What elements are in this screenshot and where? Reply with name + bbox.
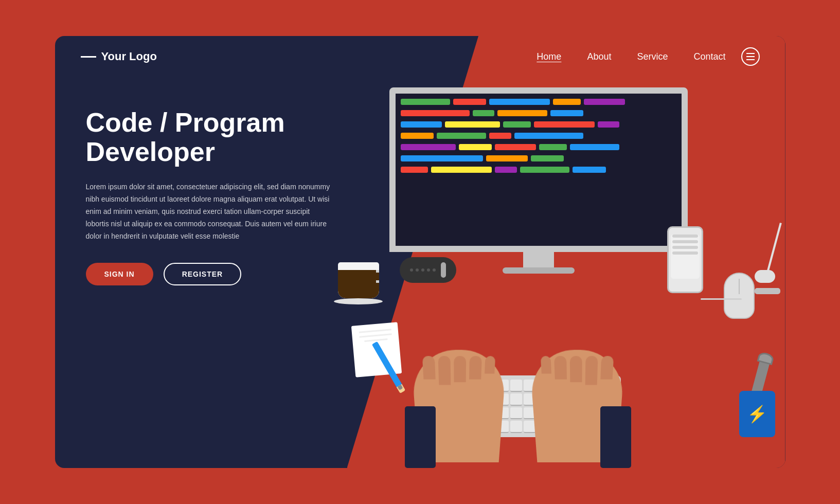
finger-r5 [600,356,614,380]
logo: Your Logo [81,50,537,63]
finger-r2 [554,356,567,380]
phone-screen-line-4 [672,251,698,255]
speaker [400,257,456,283]
hamburger-menu-icon[interactable] [741,47,760,66]
code-segment [497,110,547,116]
speaker-dot-4 [427,268,430,272]
lightning-icon: ⚡ [747,404,767,424]
sleeve-left [405,406,436,468]
code-segment [495,144,536,150]
finger-4 [469,356,482,380]
button-group: SIGN IN REGISTER [86,263,333,285]
nav-item-about[interactable]: About [587,51,611,62]
code-segment [401,167,428,173]
speaker-dot-2 [416,268,419,272]
illustration-area: ⚡ [323,77,785,468]
code-segment [459,144,492,150]
wrench-head [757,351,774,365]
phone [667,226,703,293]
nav-item-service[interactable]: Service [637,51,668,62]
code-line [401,110,676,116]
sleeve-right [600,406,631,468]
code-segment [401,110,470,116]
menu-line-3 [746,59,755,60]
signin-button[interactable]: SIGN IN [86,263,153,285]
nav-link-home[interactable]: Home [537,51,561,62]
mouse [724,273,755,319]
lamp-head [755,270,775,283]
hero-description: Lorem ipsum dolor sit amet, consectetuer… [86,181,333,242]
note-line-1 [359,329,391,333]
finger-2 [438,356,451,385]
finger-1 [422,356,435,380]
nav-item-contact[interactable]: Contact [693,51,725,62]
lamp-arm [766,223,782,273]
logo-text: Your Logo [101,50,157,63]
code-line [401,133,676,139]
code-segment [401,133,434,139]
menu-line-1 [746,53,755,54]
menu-line-2 [746,56,755,57]
speaker-dot-1 [410,268,413,272]
mouse-scroll-wheel [739,279,740,294]
code-segment [584,99,625,105]
finger-r3 [569,356,582,382]
code-segment [495,167,517,173]
nav-link-about[interactable]: About [587,51,611,62]
code-segment [534,121,595,128]
code-line [401,155,676,161]
nav-item-home[interactable]: Home [537,51,561,62]
note-line-3 [364,338,387,342]
fingers-right [540,356,613,385]
mouse-cable [701,298,742,300]
code-line [401,121,676,128]
monitor-screen [389,87,688,252]
speaker-dot-3 [421,268,424,272]
code-segment [550,110,583,116]
power-bank: ⚡ [739,391,775,437]
monitor-base [503,267,575,274]
navbar: Your Logo Home About Service Contact [55,36,785,77]
finger-r1 [540,356,551,373]
code-segment [598,121,620,128]
code-segment [401,121,442,128]
coffee-cup [333,262,384,314]
code-line [401,144,676,150]
code-segment [514,133,583,139]
desk-lamp [755,221,780,298]
code-segment [553,99,581,105]
pencil-graphite [397,385,403,390]
nav-link-service[interactable]: Service [637,51,668,62]
code-segment [431,167,492,173]
hero-section: Code / Program Developer Lorem ipsum dol… [86,108,333,285]
monitor-stand [523,252,554,267]
code-line [401,167,676,173]
code-segment [489,99,550,105]
hands [405,345,631,468]
code-segment [520,167,569,173]
fingers-left [422,356,495,385]
hero-title: Code / Program Developer [86,108,333,167]
note-line-2 [359,333,391,337]
code-segment [489,133,511,139]
code-segment [486,155,527,161]
mic-capsule [441,262,446,278]
coffee-liquid [338,270,379,298]
code-segment [473,110,495,116]
nav-link-contact[interactable]: Contact [693,51,725,62]
coffee-handle [376,270,379,283]
code-segment [401,155,484,161]
code-segment [539,144,567,150]
code-segment [437,133,486,139]
finger-r4 [585,356,598,385]
code-segment [531,155,564,161]
pencil-tip [396,384,405,393]
register-button[interactable]: REGISTER [164,263,242,285]
finger-5 [485,356,495,373]
phone-screen-line-2 [672,240,698,243]
monitor [389,87,688,274]
code-segment [573,167,605,173]
code-segment [401,144,456,150]
code-segment [453,99,486,105]
logo-dash [81,56,96,58]
